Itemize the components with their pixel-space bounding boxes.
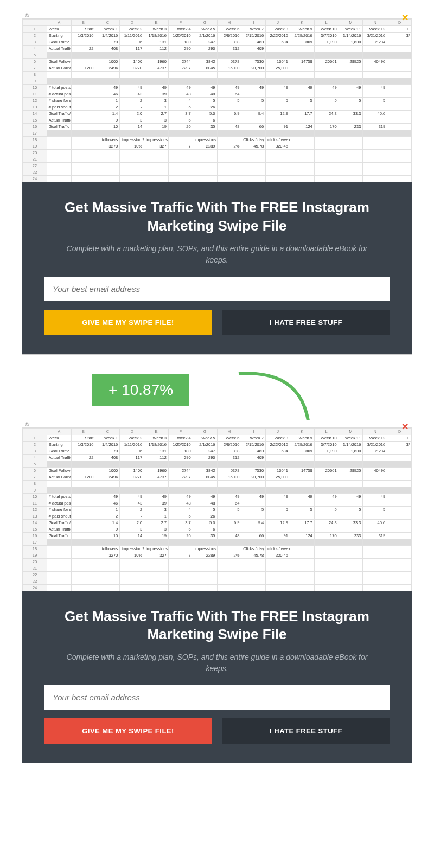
variant-b: ✕ fx ABCDEFGHIJKLMNO1WeekStartWeek 1Week… xyxy=(22,420,412,764)
table-row: 1WeekStartWeek 1Week 2Week 3Week 4Week 5… xyxy=(23,26,412,33)
table-row: 15Actual Traffic/post93366 xyxy=(23,117,412,124)
primary-cta-button[interactable]: GIVE ME MY SWIPE FILE! xyxy=(44,310,212,335)
spreadsheet-b: ✕ fx ABCDEFGHIJKLMNO1WeekStartWeek 1Week… xyxy=(22,420,412,591)
table-row: 2Starting1/3/20161/4/20161/11/20161/18/2… xyxy=(23,441,412,448)
table-row: 9 xyxy=(23,78,412,85)
primary-cta-button[interactable]: GIVE ME MY SWIPE FILE! xyxy=(44,718,212,744)
spreadsheet-a: ✕ fx ABCDEFGHIJKLMNO1WeekStartWeek 1Week… xyxy=(22,11,412,182)
formula-bar: fx xyxy=(22,420,412,428)
close-icon[interactable]: ✕ xyxy=(401,12,409,23)
table-row: 13# paid shoutouts2-1526 xyxy=(23,513,412,519)
email-input[interactable] xyxy=(44,685,390,710)
table-row: 16Goal Traffic per CTA post1014192635486… xyxy=(23,532,412,539)
table-row: 17 xyxy=(23,130,412,137)
variant-a: ✕ fx ABCDEFGHIJKLMNO1WeekStartWeek 1Week… xyxy=(22,11,412,355)
table-row: 6Goal Followers1000140019602744384253787… xyxy=(23,467,412,474)
table-row: 3Goal Traffic70961311802473384636348691,… xyxy=(23,448,412,454)
table-row: 8 xyxy=(23,72,412,78)
table-row: 7Actual Followers12002494327047377297804… xyxy=(23,65,412,72)
uplift-badge: + 10.87% xyxy=(92,374,189,406)
optin-subtext: Complete with a marketing plan, SOPs, an… xyxy=(44,652,390,674)
table-row: 15Actual Traffic/post93366 xyxy=(23,526,412,532)
table-row: 2Starting1/3/20161/4/20161/11/20161/18/2… xyxy=(23,33,412,39)
table-row: 12# share for shares123455555555 xyxy=(23,506,412,513)
secondary-cta-button[interactable]: I HATE FREE STUFF xyxy=(222,718,390,744)
table-row: 24 xyxy=(23,176,412,182)
table-row: 13# paid shoutouts2-1526 xyxy=(23,104,412,111)
close-icon[interactable]: ✕ xyxy=(401,422,409,432)
table-row: 17 xyxy=(23,539,412,545)
table-row: 4Actual Traffic22408117112290290312409 xyxy=(23,454,412,461)
table-row: 11# actual posts464339484864 xyxy=(23,500,412,506)
secondary-cta-button[interactable]: I HATE FREE STUFF xyxy=(222,310,390,335)
data-table: ABCDEFGHIJKLMNO1WeekStartWeek 1Week 2Wee… xyxy=(22,19,412,182)
table-row: 9 xyxy=(23,487,412,493)
table-row: 20 xyxy=(23,558,412,565)
table-row: 22 xyxy=(23,163,412,169)
email-input[interactable] xyxy=(44,277,390,301)
table-row: 10# total posts494949494949494949494949 xyxy=(23,85,412,91)
table-row: 18followersimpression %impressions / pos… xyxy=(23,137,412,143)
table-row: 23 xyxy=(23,578,412,584)
table-row: 19327010%327722892%45.78320.46 xyxy=(23,552,412,558)
table-row: 16Goal Traffic per CTA post1014192635486… xyxy=(23,124,412,130)
table-row: 22 xyxy=(23,571,412,578)
formula-bar: fx xyxy=(22,11,412,19)
optin-heading: Get Massive Traffic With The FREE Instag… xyxy=(44,199,390,235)
table-row: 20 xyxy=(23,150,412,156)
table-row: 14Goal Traffic/post1.42.02.73.75.06.99.4… xyxy=(23,519,412,526)
table-row: 7Actual Followers12002494327047377297804… xyxy=(23,474,412,480)
optin-form-b: Get Massive Traffic With The FREE Instag… xyxy=(22,591,412,763)
table-row: 3Goal Traffic70961311802473384636348691,… xyxy=(23,39,412,46)
table-row: 6Goal Followers1000140019602744384253787… xyxy=(23,59,412,65)
table-row: 19327010%327722892%45.78320.46 xyxy=(23,143,412,150)
table-row: 5 xyxy=(23,52,412,59)
table-row: 24 xyxy=(23,584,412,591)
table-row: 10# total posts494949494949494949494949 xyxy=(23,493,412,500)
table-row: 8 xyxy=(23,480,412,487)
comparison-indicator: + 10.87% xyxy=(22,360,412,420)
table-row: 18followersimpression %impressions / pos… xyxy=(23,545,412,552)
table-row: 4Actual Traffic22408117112290290312409 xyxy=(23,46,412,52)
optin-subtext: Complete with a marketing plan, SOPs, an… xyxy=(44,243,390,266)
table-row: 21 xyxy=(23,156,412,163)
table-row: 21 xyxy=(23,565,412,571)
optin-form-a: Get Massive Traffic With The FREE Instag… xyxy=(22,182,412,354)
optin-heading: Get Massive Traffic With The FREE Instag… xyxy=(44,608,390,644)
table-row: 12# share for shares123455555555 xyxy=(23,98,412,104)
table-row: 23 xyxy=(23,169,412,176)
data-table: ABCDEFGHIJKLMNO1WeekStartWeek 1Week 2Wee… xyxy=(22,428,412,591)
table-row: 5 xyxy=(23,461,412,467)
table-row: 14Goal Traffic/post1.42.02.73.75.06.99.4… xyxy=(23,111,412,117)
table-row: 11# actual posts464339484864 xyxy=(23,91,412,98)
table-row: 1WeekStartWeek 1Week 2Week 3Week 4Week 5… xyxy=(23,435,412,441)
